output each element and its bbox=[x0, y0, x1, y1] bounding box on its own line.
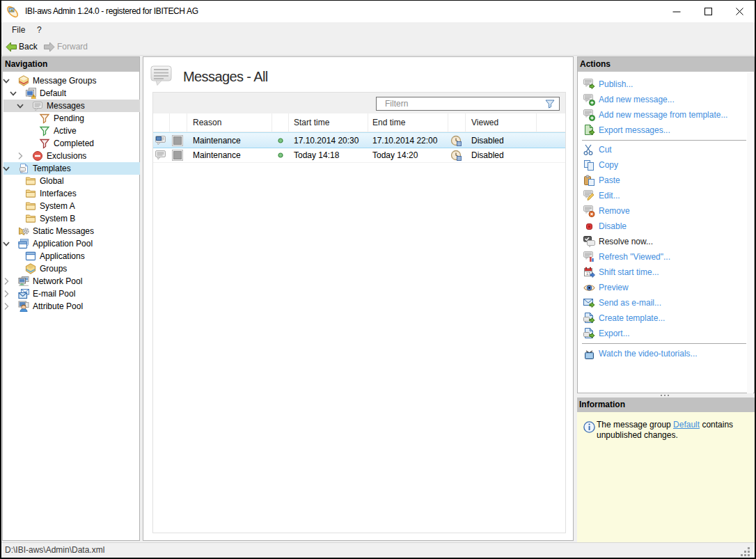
svg-text:17: 17 bbox=[586, 271, 590, 276]
